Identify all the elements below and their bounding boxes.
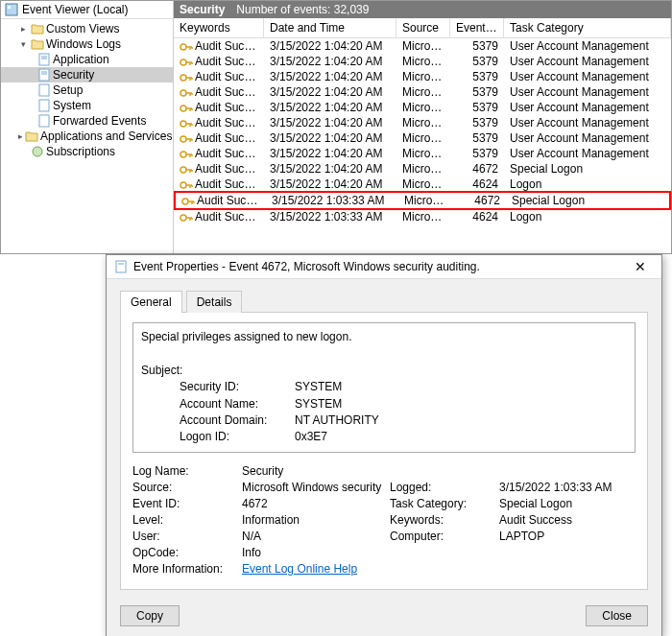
- svg-point-16: [180, 59, 186, 65]
- svg-rect-9: [39, 100, 49, 111]
- svg-rect-1: [8, 6, 11, 9]
- cell-eventid: 5379: [450, 115, 504, 130]
- event-fields: Log Name: Security Source: Microsoft Win…: [132, 464, 636, 576]
- cell-datetime: 3/15/2022 1:04:20 AM: [264, 115, 396, 130]
- cell-source: Micros...: [396, 146, 450, 161]
- dialog-titlebar[interactable]: Event Properties - Event 4672, Microsoft…: [107, 255, 661, 279]
- svg-point-56: [180, 215, 186, 221]
- tree-system[interactable]: System: [1, 98, 173, 113]
- tab-general[interactable]: General: [120, 291, 182, 313]
- log-icon: [37, 68, 51, 82]
- cell-keywords: Audit Succe...: [174, 38, 264, 54]
- more-info-link[interactable]: Event Log Online Help: [242, 562, 636, 576]
- cell-eventid: 4624: [450, 209, 504, 224]
- tree-subs[interactable]: Subscriptions: [1, 144, 173, 159]
- tree-label: Security: [53, 68, 94, 82]
- table-row[interactable]: Audit Succe...3/15/2022 1:04:20 AMMicros…: [174, 115, 671, 130]
- cell-keywords: Audit Succe...: [174, 209, 264, 224]
- table-row[interactable]: Audit Succe...3/15/2022 1:04:20 AMMicros…: [174, 130, 671, 146]
- tab-strip: General Details: [120, 291, 648, 313]
- cell-datetime: 3/15/2022 1:04:20 AM: [264, 38, 396, 54]
- tree-setup[interactable]: Setup: [1, 82, 173, 98]
- tree-label: Setup: [53, 83, 83, 97]
- tree-security[interactable]: Security: [1, 67, 173, 82]
- user-value: N/A: [242, 530, 386, 543]
- tab-details[interactable]: Details: [186, 291, 243, 313]
- cell-datetime: 3/15/2022 1:04:20 AM: [264, 130, 396, 146]
- copy-button[interactable]: Copy: [120, 605, 180, 626]
- acc-label: Account Name:: [180, 396, 295, 412]
- svg-rect-60: [116, 261, 126, 272]
- tab-content: Special privileges assigned to new logon…: [120, 313, 648, 590]
- svg-rect-10: [39, 115, 49, 127]
- lid-value: 0x3E7: [295, 429, 627, 445]
- level-label: Level:: [132, 513, 238, 527]
- table-row[interactable]: Audit Succe...3/15/2022 1:03:33 AMMicros…: [174, 209, 671, 224]
- table-row[interactable]: Audit Succe...3/15/2022 1:04:20 AMMicros…: [174, 146, 671, 161]
- source-label: Source:: [132, 481, 238, 494]
- svg-point-11: [33, 147, 42, 156]
- dialog-title-text: Event Properties - Event 4672, Microsoft…: [133, 260, 621, 273]
- table-row[interactable]: Audit Succe...3/15/2022 1:03:33 AMMicros…: [174, 191, 671, 210]
- tree-root[interactable]: Event Viewer (Local): [1, 1, 173, 19]
- col-eventid[interactable]: Event ID: [450, 18, 504, 37]
- tree-services[interactable]: ▸ Applications and Services Lo: [1, 129, 173, 144]
- cell-eventid: 5379: [450, 38, 504, 54]
- cell-datetime: 3/15/2022 1:04:20 AM: [264, 161, 396, 177]
- tree-custom-views[interactable]: ▸ Custom Views: [1, 21, 173, 36]
- table-row[interactable]: Audit Succe...3/15/2022 1:04:20 AMMicros…: [174, 38, 671, 54]
- close-icon[interactable]: ✕: [627, 259, 654, 274]
- col-keywords[interactable]: Keywords: [174, 18, 264, 37]
- cell-source: Micros...: [396, 69, 450, 84]
- cell-eventid: 5379: [450, 69, 504, 84]
- cell-taskcat: User Account Management: [504, 115, 671, 130]
- table-row[interactable]: Audit Succe...3/15/2022 1:04:20 AMMicros…: [174, 100, 671, 115]
- col-source[interactable]: Source: [396, 18, 450, 37]
- col-datetime[interactable]: Date and Time: [264, 18, 396, 37]
- tree-forwarded[interactable]: Forwarded Events: [1, 113, 173, 129]
- table-row[interactable]: Audit Succe...3/15/2022 1:04:20 AMMicros…: [174, 177, 671, 192]
- cell-datetime: 3/15/2022 1:04:20 AM: [264, 177, 396, 192]
- table-row[interactable]: Audit Succe...3/15/2022 1:04:20 AMMicros…: [174, 161, 671, 177]
- cell-taskcat: User Account Management: [504, 69, 671, 84]
- spacer: [18, 147, 29, 157]
- chevron-right-icon[interactable]: ▸: [18, 24, 29, 35]
- more-label: More Information:: [132, 562, 238, 576]
- cell-eventid: 4672: [452, 193, 506, 208]
- list-panel: Security Number of events: 32,039 Keywor…: [174, 1, 671, 253]
- tree-label: Windows Logs: [46, 37, 121, 51]
- computer-label: Computer:: [390, 530, 495, 543]
- tree-windows-logs[interactable]: ▾ Windows Logs: [1, 36, 173, 52]
- svg-point-52: [182, 199, 188, 204]
- msg-subject: Subject:: [141, 363, 627, 379]
- cell-taskcat: Special Logon: [506, 193, 669, 208]
- table-row[interactable]: Audit Succe...3/15/2022 1:04:20 AMMicros…: [174, 84, 671, 100]
- close-button[interactable]: Close: [586, 605, 648, 626]
- subscriptions-icon: [31, 145, 44, 158]
- folder-icon: [31, 37, 44, 51]
- tree-label: System: [53, 99, 91, 112]
- list-rows[interactable]: Audit Succe...3/15/2022 1:04:20 AMMicros…: [174, 38, 671, 253]
- cell-eventid: 5379: [450, 146, 504, 161]
- svg-point-24: [180, 90, 186, 96]
- log-icon: [37, 53, 51, 66]
- cell-eventid: 5379: [450, 54, 504, 69]
- svg-point-12: [180, 44, 186, 50]
- svg-rect-0: [6, 4, 17, 15]
- cell-source: Micros...: [396, 100, 450, 115]
- cell-keywords: Audit Succe...: [174, 84, 264, 100]
- chevron-down-icon[interactable]: ▾: [18, 39, 29, 50]
- table-row[interactable]: Audit Succe...3/15/2022 1:04:20 AMMicros…: [174, 69, 671, 84]
- eventid-value: 4672: [242, 497, 386, 510]
- log-icon: [37, 99, 51, 112]
- svg-point-28: [180, 106, 186, 111]
- col-taskcat[interactable]: Task Category: [504, 18, 671, 37]
- tree-application[interactable]: Application: [1, 52, 173, 67]
- event-viewer-icon: [5, 3, 18, 16]
- table-row[interactable]: Audit Succe...3/15/2022 1:04:20 AMMicros…: [174, 54, 671, 69]
- cell-source: Micros...: [396, 115, 450, 130]
- cell-datetime: 3/15/2022 1:04:20 AM: [264, 146, 396, 161]
- lid-label: Logon ID:: [180, 429, 295, 445]
- tree-label: Application: [53, 53, 109, 66]
- chevron-right-icon[interactable]: ▸: [18, 131, 23, 142]
